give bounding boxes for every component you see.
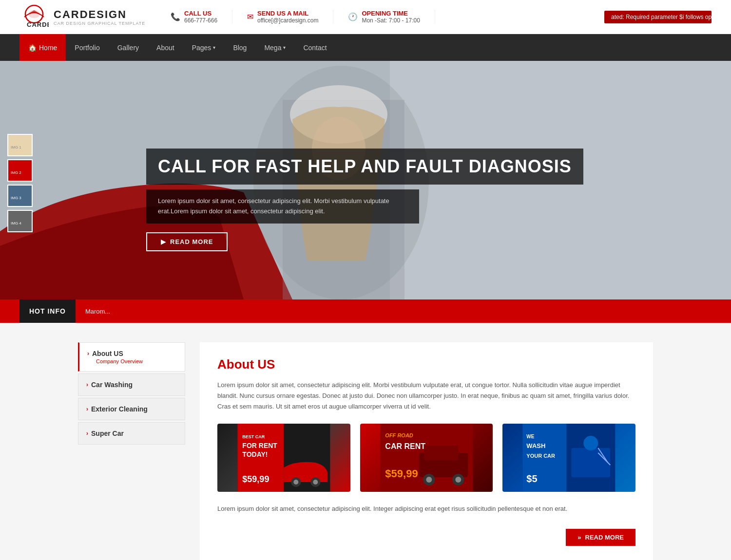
hero-description: Lorem ipsum dolor sit amet, consectetur … — [158, 196, 407, 217]
logo[interactable]: CARDESIGN CARDESIGN CAR DESIGN GRAPHICAL… — [19, 3, 156, 30]
phone-icon: 📞 — [171, 12, 180, 21]
svg-text:$5: $5 — [527, 473, 538, 484]
svg-text:WE: WE — [527, 434, 535, 439]
svg-text:BEST CAR: BEST CAR — [242, 434, 265, 439]
header-top: CARDESIGN CARDESIGN CAR DESIGN GRAPHICAL… — [0, 0, 731, 34]
hero-overlay: CALL FOR FAST HELP AND FAULT DIAGNOSIS L… — [146, 149, 583, 251]
thumbnail-strip: IMG 1 IMG 2 IMG 3 IMG 4 — [7, 134, 33, 232]
svg-rect-32 — [424, 446, 458, 460]
pages-dropdown-icon: ▾ — [213, 45, 215, 50]
nav-item-mega[interactable]: Mega ▾ — [255, 34, 294, 61]
mail-block: ✉ SEND US A MAIL office[@]cardesign.com — [232, 10, 333, 24]
sidebar-item-exterior-cleaning[interactable]: › Exterior Cleaning — [78, 398, 185, 420]
svg-point-25 — [293, 480, 298, 485]
thumb-2[interactable]: IMG 2 — [7, 159, 33, 182]
nav-item-blog[interactable]: Blog — [224, 34, 255, 61]
thumb-4[interactable]: IMG 4 — [7, 210, 33, 232]
svg-text:WASH: WASH — [527, 442, 546, 449]
svg-text:FOR RENT: FOR RENT — [242, 442, 277, 449]
hero-title: CALL FOR FAST HELP AND FAULT DIAGNOSIS — [158, 156, 572, 177]
sidebar-label-car-washing: Car Washing — [91, 381, 133, 389]
mega-dropdown-icon: ▾ — [283, 45, 286, 50]
clock-icon: 🕐 — [348, 12, 358, 21]
about-description: Lorem ipsum dolor sit amet, consectetur … — [217, 380, 635, 412]
thumb-3[interactable]: IMG 3 — [7, 185, 33, 207]
ad-images-row: BEST CAR FOR RENT TODAY! $59,99 OFF ROAD — [217, 424, 635, 492]
sidebar-item-super-car[interactable]: › Super Car — [78, 422, 185, 445]
mail-value: office[@]cardesign.com — [257, 17, 318, 24]
hot-info-text: Marom... — [85, 308, 110, 315]
double-arrow-icon: » — [577, 534, 581, 541]
nav-bar: 🏠 Home Portfolio Gallery About Pages ▾ B… — [0, 34, 731, 61]
svg-point-35 — [426, 477, 432, 483]
svg-text:CAR RENT: CAR RENT — [385, 442, 425, 450]
sidebar-item-about-us[interactable]: › About US Company Overview — [78, 342, 185, 372]
svg-text:TODAY!: TODAY! — [242, 450, 268, 458]
call-block: 📞 CALL US 666-777-666 — [156, 10, 232, 24]
nav-item-pages[interactable]: Pages ▾ — [183, 34, 225, 61]
call-label: CALL US — [184, 10, 217, 17]
hero-btn-label: READ MORE — [170, 238, 213, 245]
svg-point-26 — [313, 480, 318, 485]
svg-text:IMG 1: IMG 1 — [11, 145, 21, 149]
svg-text:CARDESIGN: CARDESIGN — [27, 21, 49, 28]
arrow-right-icon: ▶ — [161, 238, 166, 245]
sidebar-arrow-4: › — [86, 430, 88, 437]
sidebar-label-exterior-cleaning: Exterior Cleaning — [91, 405, 148, 413]
header-info: 📞 CALL US 666-777-666 ✉ SEND US A MAIL o… — [156, 10, 712, 24]
hero-title-box: CALL FOR FAST HELP AND FAULT DIAGNOSIS — [146, 149, 583, 185]
hours-label: OPENING TIME — [362, 10, 420, 17]
sidebar-sub-about-us: Company Overview — [87, 358, 177, 364]
thumb-1[interactable]: IMG 1 — [7, 134, 33, 156]
about-description-bottom: Lorem ipsum dolor sit amet, consectetur … — [217, 504, 635, 514]
hours-value: Mon -Sat: 7:00 - 17:00 — [362, 17, 420, 24]
error-banner: ated: Required parameter $i follows op — [604, 11, 712, 23]
main-area: About US Lorem ipsum dolor sit amet, con… — [200, 342, 653, 560]
nav-item-contact[interactable]: Contact — [294, 34, 335, 61]
mail-icon: ✉ — [247, 12, 253, 21]
svg-text:OFF ROAD: OFF ROAD — [385, 432, 413, 438]
read-more-label: READ MORE — [585, 534, 624, 541]
svg-text:YOUR CAR: YOUR CAR — [527, 453, 556, 459]
svg-point-36 — [455, 477, 461, 483]
svg-rect-43 — [572, 448, 611, 477]
svg-text:$59,99: $59,99 — [242, 474, 269, 484]
nav-item-portfolio[interactable]: Portfolio — [66, 34, 108, 61]
mail-label: SEND US A MAIL — [257, 10, 318, 17]
hero-read-more-button[interactable]: ▶ READ MORE — [146, 232, 228, 251]
hero-desc-box: Lorem ipsum dolor sit amet, consectetur … — [146, 189, 419, 224]
sidebar-arrow-3: › — [86, 406, 88, 412]
sidebar-arrow-2: › — [86, 381, 88, 388]
svg-text:IMG 4: IMG 4 — [11, 221, 21, 225]
svg-text:IMG 3: IMG 3 — [11, 196, 21, 200]
svg-text:IMG 2: IMG 2 — [11, 170, 21, 175]
about-heading: About US — [217, 357, 635, 372]
hero-section: IMG 1 IMG 2 IMG 3 IMG 4 CALL FOR FAST HE… — [0, 61, 731, 299]
sidebar-item-car-washing[interactable]: › Car Washing — [78, 373, 185, 396]
logo-icon: CARDESIGN — [19, 3, 49, 30]
sidebar-arrow-1: › — [87, 350, 89, 357]
main-content: › About US Company Overview › Car Washin… — [0, 323, 731, 560]
nav-item-gallery[interactable]: Gallery — [109, 34, 148, 61]
logo-subtitle: CAR DESIGN GRAPHICAL TEMPLATE — [54, 21, 145, 26]
sidebar: › About US Company Overview › Car Washin… — [78, 342, 185, 560]
nav-item-about[interactable]: About — [148, 34, 183, 61]
logo-title: CARDESIGN — [54, 8, 145, 21]
sidebar-label-super-car: Super Car — [91, 429, 124, 437]
call-value: 666-777-666 — [184, 17, 217, 24]
nav-item-home[interactable]: 🏠 Home — [19, 34, 66, 61]
home-icon: 🏠 — [28, 44, 37, 52]
hours-block: 🕐 OPENING TIME Mon -Sat: 7:00 - 17:00 — [333, 10, 435, 24]
hot-info-bar: HOT INFO Marom... — [0, 299, 731, 323]
ad-card-2: OFF ROAD CAR RENT $59,99 — [360, 424, 493, 492]
sidebar-label-about-us: About US — [92, 350, 123, 357]
ad-card-3: WE WASH YOUR CAR $5 — [502, 424, 635, 492]
about-read-more-button[interactable]: » READ MORE — [566, 529, 635, 546]
ad-card-1: BEST CAR FOR RENT TODAY! $59,99 — [217, 424, 350, 492]
hot-info-label: HOT INFO — [19, 299, 76, 323]
svg-point-44 — [584, 436, 598, 450]
svg-text:$59,99: $59,99 — [385, 467, 418, 480]
